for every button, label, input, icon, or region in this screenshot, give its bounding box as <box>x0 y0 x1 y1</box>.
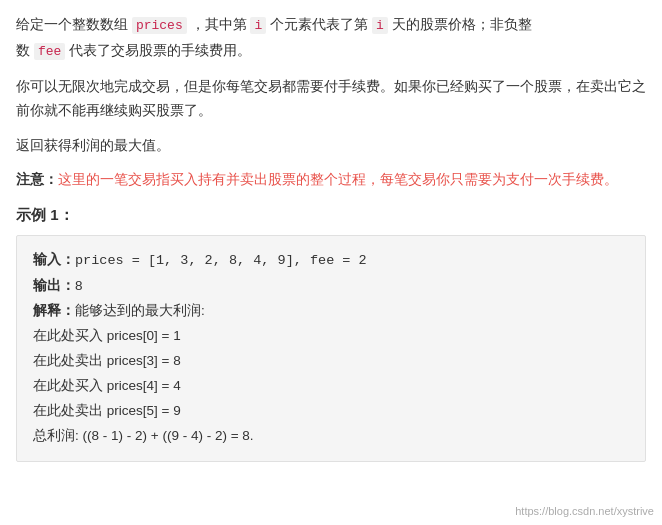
note-paragraph: 注意：这里的一笔交易指买入持有并卖出股票的整个过程，每笔交易你只需要为支付一次手… <box>16 167 646 192</box>
note-label: 注意： <box>16 171 58 187</box>
intro-paragraph: 给定一个整数数组 prices ，其中第 i 个元素代表了第 i 天的股票价格；… <box>16 12 646 64</box>
example-steps: 在此处买入 prices[0] = 1在此处卖出 prices[3] = 8在此… <box>33 324 629 449</box>
example-input-row: 输入：prices = [1, 3, 2, 8, 4, 9], fee = 2 <box>33 248 629 274</box>
example-step: 在此处买入 prices[4] = 4 <box>33 374 629 399</box>
paragraph-2: 你可以无限次地完成交易，但是你每笔交易都需要付手续费。如果你已经购买了一个股票，… <box>16 74 646 123</box>
i-code-2: i <box>372 17 388 34</box>
explain-label: 解释： <box>33 303 75 318</box>
output-label: 输出： <box>33 278 75 293</box>
example-output-row: 输出：8 <box>33 274 629 299</box>
intro-text-6: 代表了交易股票的手续费用。 <box>65 42 251 58</box>
explain-value: 能够达到的最大利润: <box>75 303 205 318</box>
intro-text-2: ，其中第 <box>187 16 251 32</box>
intro-text-1: 给定一个整数数组 <box>16 16 132 32</box>
intro-text-3: 个元素代表了第 <box>266 16 372 32</box>
example-step: 在此处卖出 prices[3] = 8 <box>33 349 629 374</box>
input-value: prices = [1, 3, 2, 8, 4, 9], fee = 2 <box>75 253 367 268</box>
example-box: 输入：prices = [1, 3, 2, 8, 4, 9], fee = 2 … <box>16 235 646 462</box>
fee-code: fee <box>34 43 65 60</box>
i-code-1: i <box>250 17 266 34</box>
example-explain-row: 解释：能够达到的最大利润: <box>33 299 629 324</box>
intro-text-4: 天的股票价格；非负整 <box>388 16 532 32</box>
example-step: 在此处买入 prices[0] = 1 <box>33 324 629 349</box>
paragraph-3: 返回获得利润的最大值。 <box>16 133 646 158</box>
input-label: 输入： <box>33 252 75 267</box>
intro-text-5: 数 <box>16 42 34 58</box>
example-step: 总利润: ((8 - 1) - 2) + ((9 - 4) - 2) = 8. <box>33 424 629 449</box>
prices-code: prices <box>132 17 187 34</box>
output-value: 8 <box>75 278 83 293</box>
example-step: 在此处卖出 prices[5] = 9 <box>33 399 629 424</box>
note-content: 这里的一笔交易指买入持有并卖出股票的整个过程，每笔交易你只需要为支付一次手续费。 <box>58 171 618 187</box>
example-title: 示例 1： <box>16 202 646 228</box>
watermark: https://blog.csdn.net/xystrive <box>515 502 654 521</box>
